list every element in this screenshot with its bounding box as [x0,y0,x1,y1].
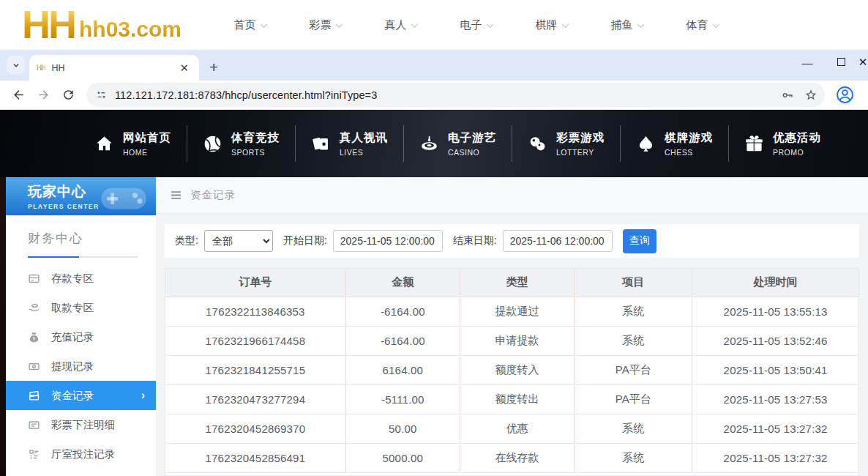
sidebar-item-label: 存款专区 [51,272,94,286]
tab-close-icon[interactable]: ✕ [175,62,193,75]
gift-icon [744,134,764,154]
maximize-button[interactable] [824,56,858,69]
chevron-down-icon [260,21,267,28]
records-table-card: 订单号金额类型项目处理时间 1762322113846353-6164.00提款… [165,268,859,476]
main-content: 资金记录 类型: 全部 开始日期: 结束日期: 查询 订单号金额类型项目处理时间… [156,177,868,476]
sidebar-item-wallet[interactable]: 资金记录 › [6,381,156,410]
close-button[interactable]: ✕ [858,56,868,69]
chevron-down-icon [486,21,493,28]
game-nav-label-zh: 彩票游戏 [556,130,605,146]
tab-favicon-icon: HH [37,64,45,72]
profile-avatar-icon[interactable] [835,85,855,105]
order-id-cell: 1762320452869370 [165,414,345,443]
game-nav-item[interactable]: 电子游艺 CASINO [403,125,512,162]
top-nav-item[interactable]: 棋牌 [514,18,589,32]
section-underline [28,256,138,258]
table-row: 1762320473277294-5111.00额度转出PA平台2025-11-… [165,384,858,414]
end-date-label: 结束日期: [453,234,497,248]
wallet-icon [28,390,40,402]
top-nav-label: 首页 [234,18,256,32]
site-info-icon[interactable] [95,89,108,101]
sidebar-item-ticket[interactable]: 彩票下注明细 › [6,410,156,439]
game-nav-label-en: SPORTS [231,148,280,157]
end-date-input[interactable] [503,230,613,252]
search-button[interactable]: 查询 [623,229,656,253]
maximize-icon [837,58,845,66]
time-cell: 2025-11-05 13:50:41 [692,355,858,384]
sports-ball-icon [203,134,222,154]
reload-button[interactable] [57,84,79,106]
game-nav-item[interactable]: 体育竞技 SPORTS [187,125,295,162]
game-nav-item[interactable]: 真人视讯 LIVES [295,125,403,162]
sidebar-item-banknote[interactable]: 提现记录 › [6,352,156,381]
forward-arrow-icon [37,88,50,102]
column-header: 金额 [345,269,460,297]
new-tab-button[interactable]: + [209,59,218,76]
table-row: 176232045286937050.00优惠系统2025-11-05 13:2… [165,414,858,443]
top-nav-label: 棋牌 [536,18,558,32]
forward-button[interactable] [32,84,54,106]
start-date-input[interactable] [333,230,443,252]
game-nav-label-en: HOME [123,148,171,157]
game-nav-item[interactable]: 彩票游戏 LOTTERY [512,125,620,162]
order-id-cell: 1762322113846353 [165,297,345,326]
records-table: 订单号金额类型项目处理时间 1762322113846353-6164.00提款… [165,269,858,473]
top-nav-item[interactable]: 真人 [363,18,438,32]
browser-tab[interactable]: HH HH ✕ [29,55,199,81]
ticket-icon [28,419,40,431]
amount-cell: -6164.00 [345,297,460,326]
hamburger-menu-icon[interactable] [169,188,183,202]
chevron-down-icon [335,21,343,28]
top-nav-item[interactable]: 电子 [438,18,514,32]
minimize-button[interactable]: — [790,56,824,69]
amount-cell: 6164.00 [345,355,460,384]
tab-search-button[interactable] [7,56,25,74]
bookmark-star-icon[interactable] [804,89,818,102]
table-body: 1762322113846353-6164.00提款通过系统2025-11-05… [165,297,858,472]
type-cell: 提款通过 [460,297,574,326]
project-cell: PA平台 [575,355,692,384]
cards-icon [311,134,331,154]
sidebar-section-title: 财务中心 [28,230,156,247]
sidebar-item-list[interactable]: 厅室投注记录 › [6,439,156,469]
game-nav-item[interactable]: 棋牌游戏 CHESS [620,125,728,162]
sidebar-item-label: 取款专区 [51,301,94,315]
deposit-card-icon [28,272,40,285]
game-nav-label-zh: 体育竞技 [231,130,280,146]
type-select[interactable]: 全部 [204,230,273,252]
sidebar-item-label: 提现记录 [51,360,94,373]
table-row: 1762322113846353-6164.00提款通过系统2025-11-05… [165,297,858,326]
sidebar-item-withdraw-hand[interactable]: 取款专区 › [6,293,156,322]
game-nav-label-zh: 棋牌游戏 [665,130,713,146]
time-cell: 2025-11-05 13:27:32 [692,443,858,472]
top-nav-item[interactable]: 捕鱼 [589,18,665,32]
game-nav-label-zh: 网站首页 [123,130,171,146]
filter-bar: 类型: 全部 开始日期: 结束日期: 查询 [165,224,859,258]
game-nav-label-en: PROMO [773,148,821,157]
top-nav-item[interactable]: 彩票 [288,18,363,32]
order-id-cell: 1762321841255715 [165,355,345,384]
back-button[interactable] [7,84,29,106]
money-bag-icon [28,331,40,343]
top-nav-item[interactable]: 首页 [212,18,288,32]
top-nav-item[interactable]: 体育 [665,18,740,32]
game-nav-item[interactable]: 优惠活动 PROMO [728,125,837,162]
sidebar-header: 玩家中心 PLAYERS CENTER [6,177,156,215]
lottery-balls-icon [528,134,547,154]
game-nav-item[interactable]: 网站首页 HOME [79,125,187,162]
amount-cell: 50.00 [345,414,460,443]
sidebar-item-report[interactable]: 玩家投注报表 › [6,469,156,476]
chevron-down-icon [561,21,569,28]
password-key-icon[interactable] [781,89,794,102]
type-cell: 额度转入 [460,355,574,384]
omnibox[interactable]: 112.121.172.181:8783/hhcp/usercenter.htm… [86,83,825,107]
time-cell: 2025-11-05 13:52:46 [692,326,858,355]
sidebar-item-deposit-card[interactable]: 存款专区 › [6,264,156,293]
chevron-down-icon [712,21,719,28]
site-logo-domain: hh03.com [79,17,182,42]
sidebar-item-money-bag[interactable]: 充值记录 › [6,322,156,352]
column-header: 项目 [575,269,692,297]
order-id-cell: 1762320473277294 [165,384,345,414]
site-logo[interactable]: HH hh03.com [22,7,182,43]
url-field[interactable]: 112.121.172.181:8783/hhcp/usercenter.htm… [115,89,781,101]
